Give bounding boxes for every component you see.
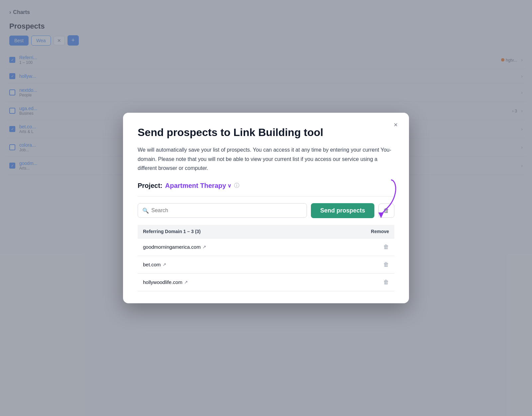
delete-all-button[interactable]: 🗑 [378, 204, 394, 218]
domain-cell: hollywoodlife.com ↗ [138, 273, 323, 291]
close-button[interactable]: × [390, 119, 401, 130]
domain-cell: bet.com ↗ [138, 256, 323, 273]
close-icon: × [394, 121, 398, 129]
project-row: Project: Apartment Therapy ∨ ⓘ [138, 182, 394, 190]
trash-icon: 🗑 [383, 207, 389, 214]
external-link-icon: ↗ [184, 280, 188, 285]
trash-icon: 🗑 [383, 244, 389, 250]
remove-cell: 🗑 [323, 256, 394, 273]
remove-row-button[interactable]: 🗑 [383, 279, 389, 286]
domain-link: bet.com ↗ [143, 262, 317, 267]
send-button-label: Send prospects [320, 207, 365, 214]
remove-cell: 🗑 [323, 273, 394, 291]
domain-text: bet.com [143, 262, 161, 267]
remove-row-button[interactable]: 🗑 [383, 261, 389, 268]
modal-dialog: × Send prospects to Link Building tool W… [123, 113, 409, 303]
send-prospects-button[interactable]: Send prospects [311, 203, 374, 218]
domain-link: hollywoodlife.com ↗ [143, 279, 317, 285]
info-icon[interactable]: ⓘ [234, 182, 239, 189]
domain-text: goodmorningamerica.com [143, 244, 200, 250]
search-input[interactable] [138, 203, 307, 218]
prospects-table: Referring Domain 1 – 3 (3) Remove goodmo… [138, 225, 394, 291]
project-name-text: Apartment Therapy [165, 182, 226, 190]
domain-cell: goodmorningamerica.com ↗ [138, 238, 323, 256]
table-row: hollywoodlife.com ↗ 🗑 [138, 273, 394, 291]
project-label: Project: [138, 182, 162, 190]
domain-text: hollywoodlife.com [143, 279, 182, 285]
remove-cell: 🗑 [323, 238, 394, 256]
search-wrapper: 🔍 [138, 203, 307, 218]
modal-divider [138, 196, 394, 197]
external-link-icon: ↗ [202, 244, 206, 249]
modal-description: We will automatically save your list of … [138, 145, 394, 173]
domain-column-header: Referring Domain 1 – 3 (3) [138, 225, 323, 238]
remove-row-button[interactable]: 🗑 [383, 244, 389, 250]
table-row: bet.com ↗ 🗑 [138, 256, 394, 273]
modal-overlay: × Send prospects to Link Building tool W… [0, 0, 532, 416]
project-chevron-icon: ∨ [227, 183, 231, 189]
project-name-link[interactable]: Apartment Therapy ∨ [165, 182, 231, 190]
external-link-icon: ↗ [163, 262, 166, 267]
table-header-row: Referring Domain 1 – 3 (3) Remove [138, 225, 394, 238]
table-row: goodmorningamerica.com ↗ 🗑 [138, 238, 394, 256]
search-icon: 🔍 [142, 208, 149, 214]
modal-title: Send prospects to Link Building tool [138, 126, 394, 139]
actions-row: 🔍 Send prospects 🗑 [138, 203, 394, 218]
domain-link: goodmorningamerica.com ↗ [143, 244, 317, 250]
remove-column-header: Remove [323, 225, 394, 238]
trash-icon: 🗑 [383, 261, 389, 268]
trash-icon: 🗑 [383, 279, 389, 285]
